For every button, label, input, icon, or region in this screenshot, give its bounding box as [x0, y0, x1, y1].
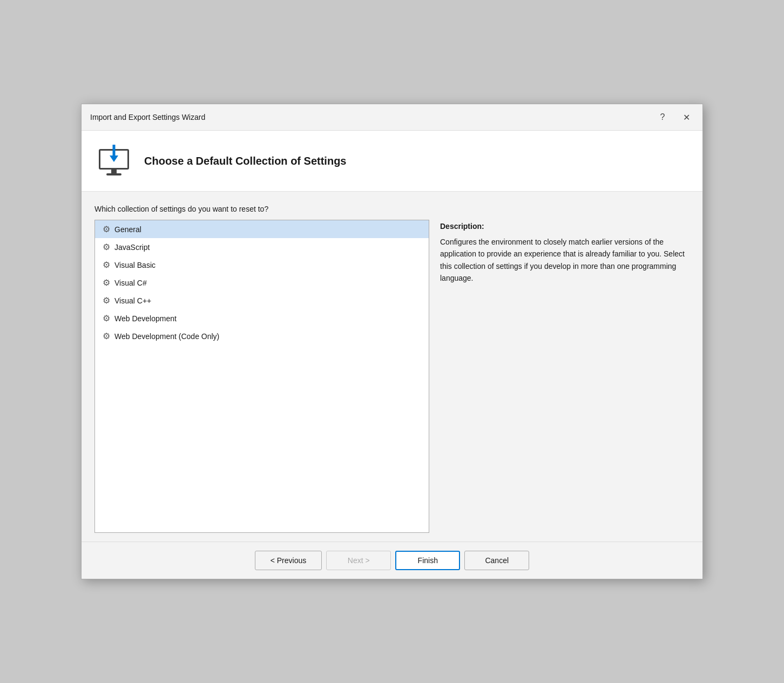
gear-icon: ⚙: [103, 224, 110, 234]
list-item-web-development-code-only[interactable]: ⚙Web Development (Code Only): [95, 327, 429, 345]
description-text: Configures the environment to closely ma…: [440, 236, 690, 285]
list-item-label: General: [114, 225, 141, 234]
title-text: Import and Export Settings Wizard: [90, 113, 205, 121]
content-area: Which collection of settings do you want…: [82, 192, 702, 542]
description-panel: Description: Configures the environment …: [440, 220, 690, 533]
list-item-visual-basic[interactable]: ⚙Visual Basic: [95, 256, 429, 274]
list-item-label: JavaScript: [114, 243, 150, 252]
list-item-label: Web Development: [114, 314, 177, 323]
header-section: Choose a Default Collection of Settings: [82, 131, 702, 192]
svg-rect-3: [106, 173, 121, 175]
gear-icon: ⚙: [103, 295, 110, 306]
list-item-label: Visual Basic: [114, 261, 156, 269]
list-item-web-development[interactable]: ⚙Web Development: [95, 309, 429, 327]
title-bar-actions: ? ✕: [655, 110, 694, 125]
finish-button[interactable]: Finish: [395, 551, 460, 570]
list-item-visual-csharp[interactable]: ⚙Visual C#: [95, 274, 429, 292]
gear-icon: ⚙: [103, 313, 110, 323]
close-button[interactable]: ✕: [679, 110, 694, 125]
help-button[interactable]: ?: [655, 110, 670, 125]
list-item-label: Web Development (Code Only): [114, 332, 219, 341]
wizard-dialog: Import and Export Settings Wizard ? ✕ Ch…: [81, 104, 703, 579]
list-item-label: Visual C++: [114, 296, 151, 305]
gear-icon: ⚙: [103, 331, 110, 341]
main-panel: ⚙General⚙JavaScript⚙Visual Basic⚙Visual …: [94, 220, 690, 533]
gear-icon: ⚙: [103, 278, 110, 288]
svg-rect-2: [111, 170, 117, 174]
gear-icon: ⚙: [103, 242, 110, 252]
gear-icon: ⚙: [103, 260, 110, 270]
next-button: Next >: [326, 551, 391, 570]
list-item-general[interactable]: ⚙General: [95, 220, 429, 238]
list-item-label: Visual C#: [114, 279, 147, 287]
header-title: Choose a Default Collection of Settings: [144, 155, 346, 167]
cancel-button[interactable]: Cancel: [464, 551, 529, 570]
list-item-javascript[interactable]: ⚙JavaScript: [95, 238, 429, 256]
list-item-visual-cpp[interactable]: ⚙Visual C++: [95, 292, 429, 309]
previous-button[interactable]: < Previous: [255, 551, 322, 570]
settings-list[interactable]: ⚙General⚙JavaScript⚙Visual Basic⚙Visual …: [94, 220, 429, 533]
question-label: Which collection of settings do you want…: [94, 205, 690, 213]
wizard-icon: [94, 141, 133, 180]
footer: < Previous Next > Finish Cancel: [82, 542, 702, 579]
title-bar: Import and Export Settings Wizard ? ✕: [82, 104, 702, 131]
description-label: Description:: [440, 222, 690, 231]
